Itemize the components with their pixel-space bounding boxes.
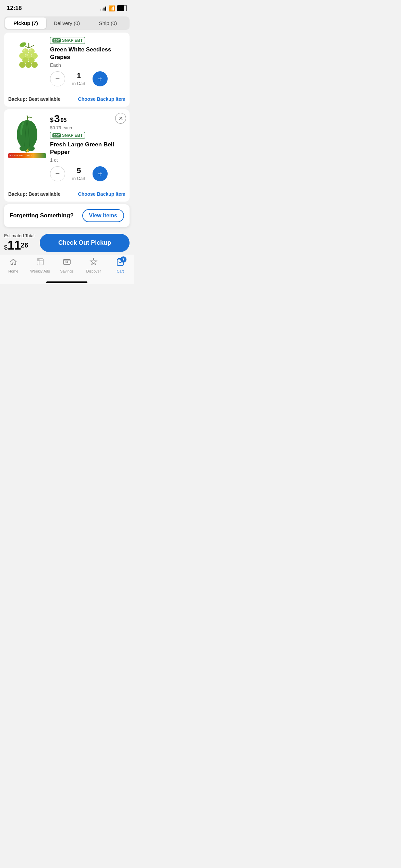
cart-controls-grapes: − 1 in Cart + xyxy=(50,71,125,86)
savings-icon xyxy=(63,258,71,268)
checkout-bar: Estimated Total: $1126 Check Out Pickup xyxy=(0,230,134,255)
product-card-pepper: ✕ HOT MEDIUM MILD SW xyxy=(4,109,130,202)
weekly-ads-icon xyxy=(36,258,44,268)
tab-ship[interactable]: Ship (0) xyxy=(87,17,129,29)
product-name-pepper: Fresh Large Green Bell Pepper xyxy=(50,141,125,156)
nav-item-discover[interactable]: Discover xyxy=(83,258,104,273)
discover-icon xyxy=(89,258,98,268)
svg-point-16 xyxy=(26,54,28,56)
home-bar xyxy=(46,281,87,283)
close-pepper-button[interactable]: ✕ xyxy=(115,113,126,124)
product-card-grapes: EBT SNAP EBT Green White Seedless Grapes… xyxy=(4,33,130,107)
cart-badge-count: 7 xyxy=(120,256,126,263)
wifi-icon: 📶 xyxy=(108,5,115,12)
lightning-icon: ⚡ xyxy=(25,148,30,153)
estimated-label: Estimated Total: xyxy=(4,233,36,238)
status-time: 12:18 xyxy=(7,5,22,12)
product-unit-pepper: 1 ct xyxy=(50,157,125,163)
nav-item-weekly-ads[interactable]: Weekly Ads xyxy=(30,258,50,273)
battery-icon: ​ xyxy=(117,5,127,11)
svg-point-14 xyxy=(23,49,25,51)
bottom-nav: Home Weekly Ads Savings Di xyxy=(0,255,134,280)
svg-point-25 xyxy=(66,261,68,263)
svg-point-15 xyxy=(29,49,32,51)
product-image-pepper: HOT MEDIUM MILD SWEET ⚡ xyxy=(8,113,46,158)
product-info-grapes: EBT SNAP EBT Green White Seedless Grapes… xyxy=(50,37,125,86)
choose-backup-grapes-button[interactable]: Choose Backup Item xyxy=(78,96,125,102)
increase-grapes-button[interactable]: + xyxy=(93,71,108,86)
nav-label-weekly-ads: Weekly Ads xyxy=(30,269,50,273)
forgetting-something-banner: Forgetting Something? View Items xyxy=(4,204,130,227)
divider-grapes xyxy=(8,90,125,90)
home-indicator xyxy=(0,280,134,284)
nav-label-home: Home xyxy=(8,269,18,273)
tab-pickup[interactable]: Pickup (7) xyxy=(5,17,46,29)
nav-item-cart[interactable]: 7 Cart xyxy=(110,258,131,273)
svg-line-2 xyxy=(29,45,34,48)
signal-icon xyxy=(100,6,106,11)
estimated-amount: $1126 xyxy=(4,238,36,253)
cart-count-grapes: 1 in Cart xyxy=(65,71,93,86)
forgetting-text: Forgetting Something? xyxy=(10,212,74,219)
svg-rect-24 xyxy=(63,260,70,264)
nav-label-cart: Cart xyxy=(117,269,124,273)
grapes-image xyxy=(10,42,44,69)
snap-ebt-badge-grapes: EBT SNAP EBT xyxy=(50,37,85,44)
choose-backup-pepper-button[interactable]: Choose Backup Item xyxy=(78,191,125,197)
backup-row-grapes: Backup: Best available Choose Backup Ite… xyxy=(8,94,125,103)
backup-label-grapes: Backup: Best available xyxy=(8,96,61,102)
price-each-pepper: $0.79 each xyxy=(50,125,125,130)
price-pepper: $ 3 95 xyxy=(50,113,125,124)
product-unit-grapes: Each xyxy=(50,62,125,68)
product-image-grapes xyxy=(8,37,46,74)
status-bar: 12:18 📶 ​ xyxy=(0,0,134,14)
home-icon xyxy=(9,258,17,268)
cart-controls-pepper: − 5 in Cart + xyxy=(50,166,125,181)
estimated-total: Estimated Total: $1126 xyxy=(4,233,36,253)
nav-item-home[interactable]: Home xyxy=(3,258,24,273)
svg-point-13 xyxy=(32,62,38,68)
cart-badge: 7 xyxy=(116,258,124,268)
snap-ebt-badge-pepper: EBT SNAP EBT xyxy=(50,132,85,139)
status-icons: 📶 ​ xyxy=(100,5,127,12)
heat-meter: HOT MEDIUM MILD SWEET xyxy=(8,153,46,158)
view-items-button[interactable]: View Items xyxy=(82,209,124,222)
decrease-pepper-button[interactable]: − xyxy=(50,166,65,181)
backup-row-pepper: Backup: Best available Choose Backup Ite… xyxy=(8,189,125,197)
order-type-tabs: Pickup (7) Delivery (0) Ship (0) xyxy=(4,16,130,30)
svg-point-12 xyxy=(25,62,32,68)
checkout-button[interactable]: Check Out Pickup xyxy=(40,234,130,252)
nav-label-savings: Savings xyxy=(60,269,73,273)
svg-point-23 xyxy=(38,260,38,260)
decrease-grapes-button[interactable]: − xyxy=(50,71,65,86)
cart-count-pepper: 5 in Cart xyxy=(65,166,93,181)
nav-label-discover: Discover xyxy=(86,269,101,273)
nav-item-savings[interactable]: Savings xyxy=(57,258,77,273)
increase-pepper-button[interactable]: + xyxy=(93,166,108,181)
tab-delivery[interactable]: Delivery (0) xyxy=(46,17,87,29)
svg-point-3 xyxy=(19,42,27,48)
product-info-pepper: $ 3 95 $0.79 each EBT SNAP EBT Fresh Lar… xyxy=(50,113,125,181)
svg-point-11 xyxy=(19,62,25,68)
product-name-grapes: Green White Seedless Grapes xyxy=(50,46,125,61)
divider-pepper xyxy=(8,185,125,185)
backup-label-pepper: Backup: Best available xyxy=(8,191,61,197)
